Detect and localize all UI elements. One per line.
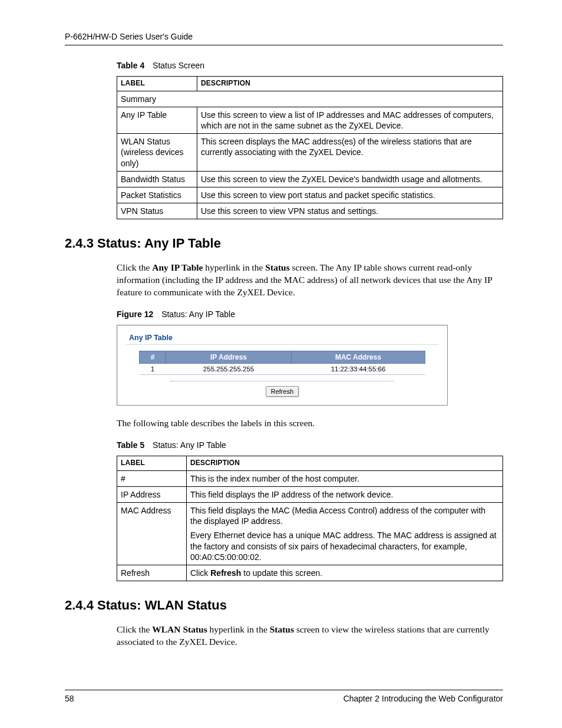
- table5-row-desc: This is the index number of the host com…: [187, 470, 503, 486]
- table4-caption: Table 4 Status Screen: [117, 61, 503, 70]
- heading-243: 2.4.3 Status: Any IP Table: [65, 236, 503, 251]
- refresh-button[interactable]: Refresh: [266, 386, 299, 397]
- figure12-underline: [125, 344, 439, 345]
- table4-row-desc: This screen displays the MAC address(es)…: [197, 134, 503, 172]
- table5-caption: Table 5 Status: Any IP Table: [117, 440, 503, 450]
- table5-caption-label: Table 5: [117, 440, 144, 450]
- anyip-row-index: 1: [140, 364, 166, 375]
- para-243: Click the Any IP Table hyperlink in the …: [117, 262, 503, 299]
- footer-rule: [65, 690, 503, 690]
- table5-row-desc: This field displays the IP address of th…: [187, 486, 503, 502]
- figure12-title: Any IP Table: [129, 334, 441, 342]
- figure12-divider: [170, 381, 394, 381]
- table-row: MAC Address This field displays the MAC …: [117, 502, 503, 565]
- table4-row-label: Bandwidth Status: [117, 171, 197, 187]
- header-rule: [65, 45, 503, 45]
- table4-row-desc: Use this screen to view VPN status and s…: [197, 203, 503, 219]
- para-243-followup: The following table describes the labels…: [117, 417, 503, 430]
- table4-row-label: Any IP Table: [117, 107, 197, 133]
- para-244: Click the WLAN Status hyperlink in the S…: [117, 624, 503, 648]
- table-row: VPN Status Use this screen to view VPN s…: [117, 203, 503, 219]
- table4-caption-label: Table 4: [117, 61, 144, 70]
- figure12-panel: Any IP Table # IP Address MAC Address 1 …: [117, 325, 448, 406]
- anyip-row-ip: 255.255.255.255: [166, 364, 292, 375]
- table5-head-desc: DESCRIPTION: [187, 456, 503, 470]
- chapter-label: Chapter 2 Introducing the Web Configurat…: [343, 694, 503, 703]
- table5-row-label: Refresh: [117, 565, 187, 581]
- table4-row-desc: Use this screen to view port status and …: [197, 187, 503, 203]
- anyip-head-index: #: [140, 351, 166, 364]
- table-row: IP Address This field displays the IP ad…: [117, 486, 503, 502]
- table5-row-label: IP Address: [117, 486, 187, 502]
- table5-caption-title: Status: Any IP Table: [153, 440, 226, 450]
- table-row: Summary: [117, 91, 503, 107]
- anyip-head-ip: IP Address: [166, 351, 292, 364]
- figure12-caption-label: Figure 12: [117, 309, 153, 319]
- figure12-caption: Figure 12 Status: Any IP Table: [117, 309, 503, 319]
- table4-summary-row: Summary: [117, 91, 503, 107]
- running-header: P-662H/HW-D Series User's Guide: [65, 32, 503, 41]
- table-row: Packet Statistics Use this screen to vie…: [117, 187, 503, 203]
- table5-row-desc: Click Refresh to update this screen.: [187, 565, 503, 581]
- figure12-caption-title: Status: Any IP Table: [161, 309, 235, 319]
- table-row: 1 255.255.255.255 11:22:33:44:55:66: [140, 364, 425, 375]
- table5-head-label: LABEL: [117, 456, 187, 470]
- table5-row-label: #: [117, 470, 187, 486]
- heading-244: 2.4.4 Status: WLAN Status: [65, 598, 503, 613]
- table4-caption-title: Status Screen: [153, 61, 204, 70]
- table4-row-label: Packet Statistics: [117, 187, 197, 203]
- anyip-table: # IP Address MAC Address 1 255.255.255.2…: [139, 351, 425, 375]
- table5-row-label: MAC Address: [117, 502, 187, 565]
- table4-head-desc: DESCRIPTION: [197, 77, 503, 91]
- anyip-row-mac: 11:22:33:44:55:66: [292, 364, 425, 375]
- table-row: Refresh Click Refresh to update this scr…: [117, 565, 503, 581]
- table-row: Bandwidth Status Use this screen to view…: [117, 171, 503, 187]
- table-row: # This is the index number of the host c…: [117, 470, 503, 486]
- table-row: WLAN Status (wireless devices only) This…: [117, 134, 503, 172]
- table4: LABEL DESCRIPTION Summary Any IP Table U…: [117, 76, 503, 219]
- table4-row-desc: Use this screen to view a list of IP add…: [197, 107, 503, 133]
- table4-row-desc: Use this screen to view the ZyXEL Device…: [197, 171, 503, 187]
- table4-head-label: LABEL: [117, 77, 197, 91]
- table-row: Any IP Table Use this screen to view a l…: [117, 107, 503, 133]
- page-number: 58: [65, 694, 74, 703]
- anyip-head-mac: MAC Address: [292, 351, 425, 364]
- table4-row-label: VPN Status: [117, 203, 197, 219]
- table5-row-desc: This field displays the MAC (Media Acces…: [187, 502, 503, 565]
- page-footer: 58 Chapter 2 Introducing the Web Configu…: [65, 690, 503, 703]
- table5: LABEL DESCRIPTION # This is the index nu…: [117, 456, 503, 581]
- table4-row-label: WLAN Status (wireless devices only): [117, 134, 197, 172]
